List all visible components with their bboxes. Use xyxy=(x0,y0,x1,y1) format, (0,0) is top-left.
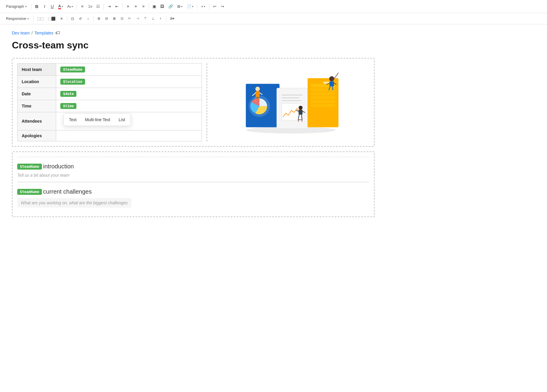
indent-increase-button[interactable]: ⇥ xyxy=(106,3,112,10)
col-icon-9: ⊦ xyxy=(160,17,162,20)
table-value-hostteam[interactable]: $teamName xyxy=(56,64,202,76)
popup-item-multiline[interactable]: Multi-line Text xyxy=(81,116,114,124)
highlight-chevron: ▾ xyxy=(72,5,73,8)
toolbar-top: Paragraph ▾ B I U A ▾ A▾ ▾ ≡ 1≡ ☑ ⇥ ⇤ ≡ … xyxy=(0,0,547,13)
table-label-date: Date xyxy=(18,88,56,100)
col-btn-2[interactable]: ⊟ xyxy=(103,15,110,23)
table-row: Location $location xyxy=(18,76,202,88)
layout-btn-2[interactable]: ⬚⬛ xyxy=(46,15,57,23)
indent-decrease-button[interactable]: ⇤ xyxy=(114,3,120,10)
divider-3 xyxy=(103,4,104,10)
challenges-placeholder[interactable]: What are you working on, what are the bi… xyxy=(17,198,131,208)
badge-location[interactable]: $location xyxy=(60,79,85,85)
table-value-time[interactable]: $time xyxy=(56,100,202,112)
intro-placeholder[interactable]: Tell us a bit about your team xyxy=(17,173,369,178)
align-center-button[interactable]: ≡ xyxy=(132,3,139,10)
link-button[interactable]: 🔗 xyxy=(167,3,175,10)
layout-btn-4[interactable]: ⊡ xyxy=(69,15,76,23)
table-value-date[interactable]: $date xyxy=(56,88,202,100)
table-value-attendees[interactable]: Text Multi-line Text List xyxy=(56,112,202,130)
highlight-button[interactable]: A▾ ▾ xyxy=(66,3,75,10)
intro-section: $teamName introduction Tell us a bit abo… xyxy=(17,157,369,182)
svg-rect-26 xyxy=(311,88,335,91)
layout-btn-6[interactable]: ↕ xyxy=(85,15,91,23)
col-btn-4[interactable]: ⊡ xyxy=(119,15,125,23)
layout-icon-1: ⬚⬚ xyxy=(37,17,44,21)
col-icon-2: ⊟ xyxy=(105,17,108,20)
block-quote-icon: ▣ xyxy=(153,4,156,9)
badge-date[interactable]: $date xyxy=(60,91,76,97)
redo-button[interactable]: ↪ xyxy=(219,3,226,10)
illustration-svg xyxy=(240,70,341,134)
paragraph-select[interactable]: Paragraph ▾ xyxy=(4,3,29,10)
divider-r4 xyxy=(166,16,166,22)
underline-button[interactable]: U xyxy=(49,3,56,10)
embed-button[interactable]: 📄 ▾ xyxy=(185,3,195,10)
highlight-icon: A▾ xyxy=(67,4,71,9)
breadcrumb-current-link[interactable]: Templates xyxy=(34,31,54,35)
content-area: Dev team / Templates 🏷 Cross-team sync H… xyxy=(0,24,386,234)
layout-btn-1[interactable]: ⬚⬚ xyxy=(36,15,45,23)
left-column: Host team $teamName Location $location xyxy=(17,63,207,141)
image-button[interactable]: 🖼 xyxy=(159,3,166,10)
insert-chevron: ▾ xyxy=(204,5,205,8)
col-icon-1: ⊞ xyxy=(98,17,100,20)
divider-r2 xyxy=(67,16,67,22)
align-right-icon: ≡ xyxy=(142,4,145,9)
bullet-list-button[interactable]: ≡ xyxy=(79,3,86,10)
embed-chevron: ▾ xyxy=(192,5,194,8)
font-color-chevron: ▾ xyxy=(62,5,63,8)
popup-item-text[interactable]: Text xyxy=(65,116,81,124)
col-btn-3[interactable]: ⊠ xyxy=(111,15,118,23)
two-column-layout: Host team $teamName Location $location xyxy=(17,63,369,141)
insert-button[interactable]: + ▾ xyxy=(199,3,207,10)
layout-icon-4: ⊡ xyxy=(71,17,74,21)
badge-teamname-challenges[interactable]: $teamName xyxy=(17,189,42,195)
table-value-apologies[interactable] xyxy=(56,130,202,141)
block-quote-button[interactable]: ▣ xyxy=(151,3,158,10)
badge-time[interactable]: $time xyxy=(60,103,76,109)
layout-btn-5[interactable]: ↺ xyxy=(77,15,84,23)
col-btn-8[interactable]: ⊥ xyxy=(150,15,156,23)
table-row-attendees: Attendees Text Multi-line Text List xyxy=(18,112,202,130)
table-value-location[interactable]: $location xyxy=(56,76,202,88)
main-content-box: Host team $teamName Location $location xyxy=(12,58,375,147)
breadcrumb-parent-link[interactable]: Dev team xyxy=(12,31,30,35)
undo-button[interactable]: ↩ xyxy=(211,3,218,10)
checklist-button[interactable]: ☑ xyxy=(95,3,101,10)
table-icon: ⊞ xyxy=(177,4,180,9)
table-button[interactable]: ⊞ ▾ xyxy=(176,3,184,10)
font-color-icon: A xyxy=(58,4,61,9)
bold-button[interactable]: B xyxy=(34,3,40,10)
align-left-icon: ≡ xyxy=(127,4,129,9)
col-btn-6[interactable]: ⊣ xyxy=(134,15,141,23)
font-color-button[interactable]: A ▾ xyxy=(57,3,65,10)
challenges-title-suffix: current challenges xyxy=(43,188,92,195)
layout-icon-3: ✕ xyxy=(60,17,63,21)
col-icon-6: ⊣ xyxy=(136,17,139,20)
col-btn-5[interactable]: ⊢ xyxy=(127,15,133,23)
link-icon: 🔗 xyxy=(168,4,173,9)
col-btn-7[interactable]: ⊤ xyxy=(142,15,149,23)
svg-rect-33 xyxy=(329,81,334,86)
italic-button[interactable]: I xyxy=(41,3,48,10)
table-label-location: Location xyxy=(18,76,56,88)
popup-item-list[interactable]: List xyxy=(114,116,129,124)
redo-icon: ↪ xyxy=(221,4,224,9)
responsive-select[interactable]: Responsive ▾ xyxy=(4,15,31,23)
more-options-icon: ⊞▾ xyxy=(170,17,175,20)
numbered-list-button[interactable]: 1≡ xyxy=(87,3,94,10)
layout-btn-3[interactable]: ✕ xyxy=(58,15,65,23)
badge-teamname-intro[interactable]: $teamName xyxy=(17,164,42,170)
col-btn-9[interactable]: ⊦ xyxy=(158,15,164,23)
responsive-label: Responsive xyxy=(6,16,26,21)
page-title: Cross-team sync xyxy=(12,40,375,51)
tag-icon[interactable]: 🏷 xyxy=(55,30,60,36)
align-right-button[interactable]: ≡ xyxy=(140,3,147,10)
align-left-button[interactable]: ≡ xyxy=(125,3,131,10)
col-btn-1[interactable]: ⊞ xyxy=(96,15,102,23)
more-options-btn[interactable]: ⊞▾ xyxy=(169,15,176,23)
svg-rect-27 xyxy=(311,92,335,95)
col-icon-7: ⊤ xyxy=(144,17,147,20)
badge-teamname-1[interactable]: $teamName xyxy=(60,67,85,72)
